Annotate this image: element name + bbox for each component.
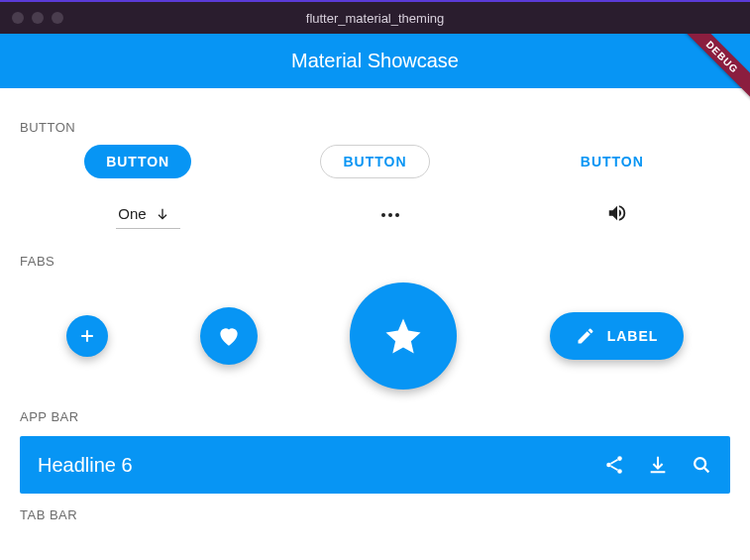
close-window-button[interactable] (12, 12, 24, 24)
fab-large[interactable] (350, 282, 457, 390)
window-title: flutter_material_theming (0, 11, 750, 26)
text-button[interactable]: BUTTON (559, 146, 666, 177)
fab-extended-label: LABEL (607, 328, 659, 344)
zoom-window-button[interactable] (52, 12, 63, 24)
search-button[interactable] (691, 454, 712, 476)
fab-normal[interactable] (200, 307, 258, 365)
edit-icon (576, 326, 595, 346)
svg-point-3 (695, 458, 705, 469)
traffic-lights (12, 12, 63, 24)
svg-point-0 (617, 456, 622, 461)
share-button[interactable] (603, 454, 625, 476)
elevated-button[interactable]: BUTTON (84, 145, 191, 178)
volume-up-icon (606, 202, 628, 224)
minimize-window-button[interactable] (32, 12, 44, 24)
search-icon (691, 454, 712, 476)
demo-appbar: Headline 6 (20, 436, 730, 494)
dropdown-value: One (118, 205, 146, 222)
section-label-fabs: FABS (20, 254, 730, 269)
dropdown-button[interactable]: One (116, 201, 180, 229)
svg-point-2 (617, 469, 622, 474)
fab-extended[interactable]: LABEL (550, 312, 685, 360)
icon-button-volume[interactable] (600, 196, 634, 234)
demo-appbar-actions (603, 454, 712, 476)
plus-icon (77, 326, 97, 346)
section-label-tabbar: TAB BAR (20, 507, 730, 522)
download-button[interactable] (647, 454, 669, 476)
fab-row: LABEL (20, 282, 730, 390)
appbar-title: Material Showcase (291, 50, 459, 72)
arrow-down-icon (155, 206, 170, 222)
showcase-content: BUTTON BUTTON BUTTON BUTTON One FABS LAB… (0, 88, 750, 522)
star-icon (382, 315, 424, 357)
outlined-button[interactable]: BUTTON (320, 145, 429, 178)
svg-point-1 (606, 463, 611, 468)
heart-icon (216, 323, 242, 349)
button-row-2: One (20, 196, 730, 234)
section-label-appbar: APP BAR (20, 409, 730, 424)
main-appbar: Material Showcase (0, 34, 750, 88)
popup-menu-button[interactable] (374, 205, 407, 225)
window-titlebar: flutter_material_theming (0, 0, 750, 34)
share-icon (603, 454, 625, 476)
button-row: BUTTON BUTTON BUTTON (20, 145, 730, 178)
download-icon (647, 454, 669, 476)
more-horiz-icon (381, 213, 385, 217)
fab-mini[interactable] (66, 315, 108, 357)
section-label-button: BUTTON (20, 120, 730, 135)
demo-appbar-title: Headline 6 (38, 454, 603, 477)
